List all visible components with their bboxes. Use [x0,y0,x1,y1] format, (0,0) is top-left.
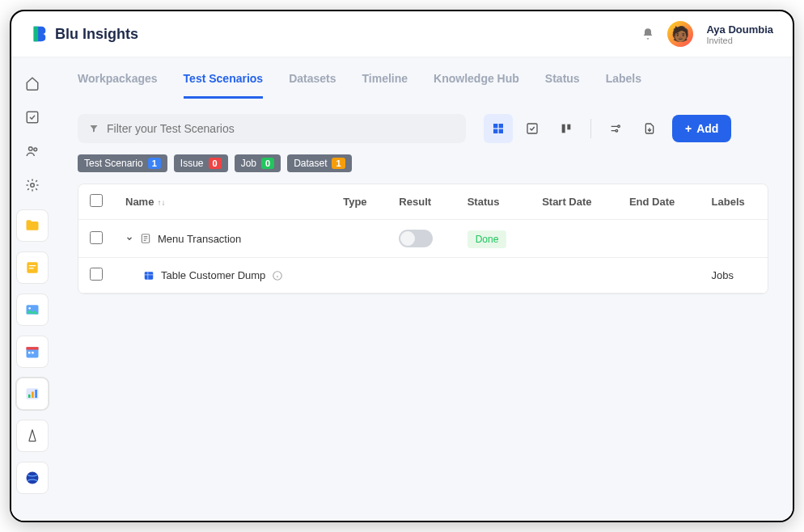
table: Name↑↓ Type Result Status Start Date End… [78,184,768,294]
user-name: Aya Doumbia [706,23,773,36]
tab-timeline[interactable]: Timeline [362,72,408,99]
kanban-view-icon[interactable] [552,114,581,143]
table-row: Menu Transaction Done [78,220,768,258]
svg-rect-16 [493,124,497,128]
chip-issue[interactable]: Issue0 [174,154,228,172]
avatar[interactable]: 🧑🏾 [667,21,693,47]
svg-rect-26 [145,272,154,279]
svg-rect-18 [493,129,497,133]
svg-rect-19 [499,129,503,133]
chip-dataset[interactable]: Dataset1 [287,154,351,172]
bell-icon[interactable] [641,27,654,40]
svg-point-24 [616,129,618,132]
tab-labels[interactable]: Labels [606,72,641,99]
chip-job[interactable]: Job0 [235,154,281,172]
users-icon[interactable] [18,137,47,166]
globe-icon[interactable] [16,462,49,494]
table-row: Table Customer Dump Jobs [78,258,768,293]
sidebar [11,57,53,521]
svg-rect-22 [567,125,570,130]
svg-rect-9 [28,352,31,354]
svg-rect-4 [27,262,37,272]
status-badge: Done [468,230,507,248]
row-checkbox[interactable] [90,268,103,281]
svg-point-1 [29,147,33,151]
compass-icon[interactable] [16,420,49,452]
col-result[interactable]: Result [387,184,455,220]
sort-icon: ↑↓ [157,198,165,207]
info-icon[interactable] [272,270,283,281]
add-label: Add [696,122,718,135]
user-role: Invited [706,36,773,45]
select-all-checkbox[interactable] [90,194,103,207]
chip-test-scenario[interactable]: Test Scenario1 [78,154,167,172]
grid-view-icon[interactable] [484,114,513,143]
user-info: Aya Doumbia Invited [706,23,773,45]
col-end[interactable]: End Date [618,184,700,220]
tabs: Workpackages Test Scenarios Datasets Tim… [53,57,793,99]
col-labels[interactable]: Labels [700,184,768,220]
add-button[interactable]: + Add [672,115,731,142]
row-labels: Jobs [700,258,768,293]
divider [590,119,591,138]
note-icon[interactable] [16,251,49,284]
row-name[interactable]: Menu Transaction [158,233,241,245]
chart-icon[interactable] [16,378,49,410]
svg-point-3 [31,184,35,188]
toolbar: + Add [53,99,793,153]
svg-rect-17 [499,124,503,128]
svg-rect-20 [527,124,537,133]
filter-chips: Test Scenario1 Issue0 Job0 Dataset1 [53,153,793,184]
svg-rect-0 [27,112,38,123]
svg-point-6 [28,307,31,310]
check-icon[interactable] [18,103,47,132]
tab-status[interactable]: Status [545,72,580,99]
sliders-icon[interactable] [601,114,630,143]
svg-rect-21 [562,125,565,133]
table-icon [143,270,154,281]
filter-icon [89,124,99,133]
tab-knowledge-hub[interactable]: Knowledge Hub [434,72,519,99]
row-checkbox[interactable] [90,231,103,244]
col-start[interactable]: Start Date [531,184,618,220]
home-icon[interactable] [18,69,47,98]
gear-icon[interactable] [18,171,47,200]
calendar-icon[interactable] [16,336,49,368]
logo-icon [31,25,49,43]
svg-point-15 [27,472,39,484]
chevron-down-icon[interactable] [125,234,133,243]
main-content: Workpackages Test Scenarios Datasets Tim… [53,57,793,521]
col-name[interactable]: Name↑↓ [114,184,332,220]
svg-rect-8 [27,347,39,349]
image-icon[interactable] [16,293,49,326]
svg-rect-13 [32,392,34,399]
svg-rect-12 [28,395,31,398]
row-name[interactable]: Table Customer Dump [161,269,265,281]
tab-test-scenarios[interactable]: Test Scenarios [184,72,264,99]
app-name: Blu Insights [55,26,138,43]
col-status[interactable]: Status [456,184,531,220]
col-type[interactable]: Type [332,184,387,220]
tab-datasets[interactable]: Datasets [289,72,336,99]
app-window: Blu Insights 🧑🏾 Aya Doumbia Invited [10,10,794,522]
checkbox-view-icon[interactable] [518,114,547,143]
svg-rect-10 [32,352,34,354]
result-toggle[interactable] [399,230,433,247]
header: Blu Insights 🧑🏾 Aya Doumbia Invited [11,11,793,57]
svg-rect-14 [35,390,37,398]
svg-point-2 [34,148,37,151]
logo[interactable]: Blu Insights [31,25,138,43]
table-header-row: Name↑↓ Type Result Status Start Date End… [78,184,768,220]
export-icon[interactable] [635,114,664,143]
tab-workpackages[interactable]: Workpackages [78,72,158,99]
scenario-icon [140,233,151,244]
plus-icon: + [685,122,692,135]
svg-point-23 [618,125,620,128]
folder-icon[interactable] [16,209,49,242]
filter-box[interactable] [78,114,466,143]
filter-input[interactable] [107,122,455,135]
